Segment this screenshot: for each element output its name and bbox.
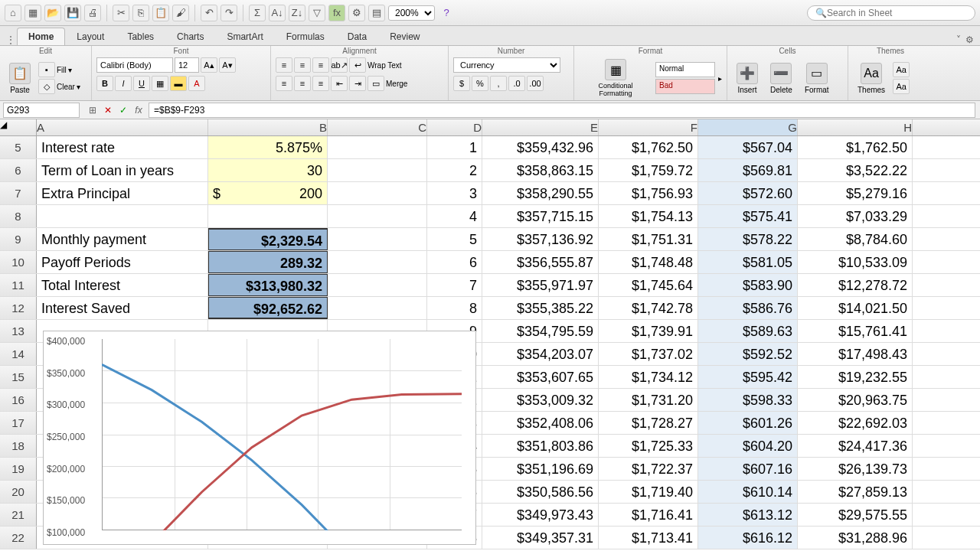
cell-D6[interactable]: 2 <box>427 159 482 181</box>
cell-E7[interactable]: $358,290.55 <box>482 182 599 204</box>
currency-icon[interactable]: $ <box>453 76 470 91</box>
paste-icon[interactable]: 📋 <box>152 5 169 21</box>
collapse-ribbon-icon[interactable]: ˅ <box>956 34 961 45</box>
col-header-C[interactable]: C <box>328 119 427 135</box>
cell-F6[interactable]: $1,759.72 <box>599 159 698 181</box>
accept-formula-icon[interactable]: ✓ <box>116 103 130 117</box>
row-header[interactable]: 18 <box>0 435 37 457</box>
cell-G5[interactable]: $567.04 <box>698 136 798 158</box>
cell-C6[interactable] <box>328 159 427 181</box>
cell-F22[interactable]: $1,713.41 <box>599 527 698 549</box>
cell-G16[interactable]: $598.33 <box>698 389 798 411</box>
tab-smartart[interactable]: SmartArt <box>215 28 274 45</box>
cell-C5[interactable] <box>328 136 427 158</box>
formula-input[interactable]: =$B$9-F293 <box>149 103 975 118</box>
cell-G22[interactable]: $616.12 <box>698 527 798 549</box>
cell-H7[interactable]: $5,279.16 <box>798 182 913 204</box>
cell-E11[interactable]: $355,971.97 <box>482 274 599 296</box>
indent-dec-icon[interactable]: ⇤ <box>331 76 348 91</box>
col-header-E[interactable]: E <box>482 119 599 135</box>
align-middle-icon[interactable]: ≡ <box>294 57 311 73</box>
embedded-chart[interactable]: $400,000$350,000$300,000$250,000$200,000… <box>43 331 476 545</box>
cell-G7[interactable]: $572.60 <box>698 182 798 204</box>
cell-F13[interactable]: $1,739.91 <box>599 320 698 342</box>
cell-A10[interactable]: Payoff Periods <box>37 251 208 273</box>
cell-F12[interactable]: $1,742.78 <box>599 297 698 319</box>
cell-H22[interactable]: $31,288.96 <box>798 527 913 549</box>
cell-B11[interactable]: $313,980.32 <box>208 274 328 296</box>
cell-E16[interactable]: $353,009.32 <box>482 389 599 411</box>
row-header[interactable]: 16 <box>0 389 37 411</box>
save-icon[interactable]: 💾 <box>64 5 81 21</box>
decimal-inc-icon[interactable]: .00 <box>527 76 544 91</box>
cell-E6[interactable]: $358,863.15 <box>482 159 599 181</box>
fill-icon[interactable]: ▪ <box>38 62 55 77</box>
decimal-dec-icon[interactable]: .0 <box>508 76 525 91</box>
style-normal[interactable]: Normal <box>655 62 715 77</box>
cell-D11[interactable]: 7 <box>427 274 482 296</box>
cell-F17[interactable]: $1,728.27 <box>599 412 698 434</box>
cell-E12[interactable]: $355,385.22 <box>482 297 599 319</box>
cell-A12[interactable]: Interest Saved <box>37 297 208 319</box>
copy-icon[interactable]: ⎘ <box>132 5 149 21</box>
conditional-formatting-button[interactable]: ▦ Conditional Formatting <box>579 57 652 99</box>
tab-data[interactable]: Data <box>336 28 378 45</box>
cell-E22[interactable]: $349,357.31 <box>482 527 599 549</box>
wrap-text-icon[interactable]: ↩ <box>349 57 366 73</box>
col-header-A[interactable]: A <box>37 119 208 135</box>
col-header-H[interactable]: H <box>798 119 913 135</box>
cell-C7[interactable] <box>328 182 427 204</box>
zoom-select[interactable]: 200% <box>388 5 435 21</box>
cell-F15[interactable]: $1,734.12 <box>599 366 698 388</box>
align-center-icon[interactable]: ≡ <box>294 76 311 91</box>
cell-E13[interactable]: $354,795.59 <box>482 320 599 342</box>
chevron-down-icon[interactable]: ▾ <box>77 83 80 91</box>
spreadsheet[interactable]: ◢ A B C D E F G H 5Interest rate5.875%1$… <box>0 119 980 551</box>
row-header[interactable]: 13 <box>0 320 37 342</box>
cell-D12[interactable]: 8 <box>427 297 482 319</box>
row-header[interactable]: 9 <box>0 228 37 250</box>
cell-F10[interactable]: $1,748.48 <box>599 251 698 273</box>
cell-E9[interactable]: $357,136.92 <box>482 228 599 250</box>
cell-B12[interactable]: $92,652.62 <box>208 297 328 319</box>
cell-A7[interactable]: Extra Principal <box>37 182 208 204</box>
cell-H6[interactable]: $3,522.22 <box>798 159 913 181</box>
chevron-down-icon[interactable]: ▾ <box>68 66 72 74</box>
search-box[interactable]: 🔍 <box>807 5 975 21</box>
row-header[interactable]: 21 <box>0 504 37 526</box>
sort-asc-icon[interactable]: A↓ <box>269 5 286 21</box>
cell-H13[interactable]: $15,761.41 <box>798 320 913 342</box>
help-icon[interactable]: ? <box>438 5 455 21</box>
pivot-icon[interactable]: ▤ <box>368 5 385 21</box>
cell-E20[interactable]: $350,586.56 <box>482 481 599 503</box>
col-header-B[interactable]: B <box>208 119 328 135</box>
cell-E5[interactable]: $359,432.96 <box>482 136 599 158</box>
search-input[interactable] <box>827 8 967 18</box>
print-icon[interactable]: 🖨 <box>84 5 101 21</box>
cell-G12[interactable]: $586.76 <box>698 297 798 319</box>
cell-A5[interactable]: Interest rate <box>37 136 208 158</box>
cell-G21[interactable]: $613.12 <box>698 504 798 526</box>
row-header[interactable]: 8 <box>0 205 37 227</box>
cell-H18[interactable]: $24,417.36 <box>798 435 913 457</box>
row-header[interactable]: 19 <box>0 458 37 480</box>
cell-H9[interactable]: $8,784.60 <box>798 228 913 250</box>
percent-icon[interactable]: % <box>472 76 488 91</box>
delete-button[interactable]: ➖Delete <box>766 61 797 96</box>
cell-H8[interactable]: $7,033.29 <box>798 205 913 227</box>
cell-E14[interactable]: $354,203.07 <box>482 343 599 365</box>
tab-tables[interactable]: Tables <box>116 28 165 45</box>
align-bottom-icon[interactable]: ≡ <box>312 57 329 73</box>
cell-B8[interactable] <box>208 205 328 227</box>
font-size-select[interactable] <box>175 57 199 73</box>
fx-icon[interactable]: fx <box>328 5 345 21</box>
tab-formulas[interactable]: Formulas <box>275 28 336 45</box>
ribbon-handle-icon[interactable]: ⋮ <box>6 34 17 45</box>
cell-B5[interactable]: 5.875% <box>208 136 328 158</box>
cell-B9[interactable]: $2,329.54 <box>208 228 328 250</box>
cell-G18[interactable]: $604.20 <box>698 435 798 457</box>
cut-icon[interactable]: ✂ <box>113 5 129 21</box>
format-painter-icon[interactable]: 🖌 <box>172 5 189 21</box>
cell-D9[interactable]: 5 <box>427 228 482 250</box>
cell-D7[interactable]: 3 <box>427 182 482 204</box>
